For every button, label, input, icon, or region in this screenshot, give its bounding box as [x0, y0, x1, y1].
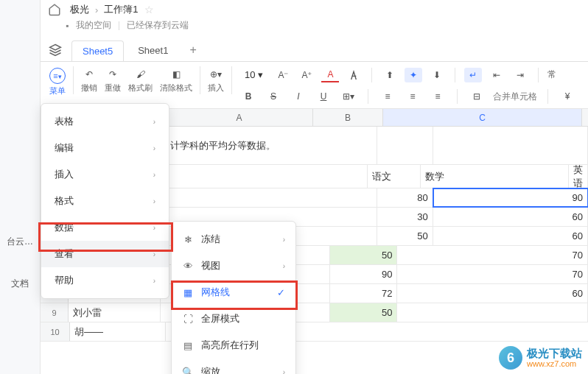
merge-icon[interactable]: ⊟	[468, 89, 486, 104]
cell[interactable]: 英语	[569, 165, 588, 188]
undo-button[interactable]: ↶ 撤销	[78, 66, 100, 95]
cell[interactable]	[166, 165, 368, 188]
row-number[interactable]: 10	[41, 322, 70, 341]
insert-button[interactable]: ⊕▾ 插入	[205, 66, 227, 95]
layers-icon[interactable]	[48, 43, 63, 57]
main-menu-popup: 表格› 编辑› 插入› 格式› 数据› 查看› 帮助›	[41, 103, 169, 299]
cell[interactable]: 70	[397, 265, 588, 283]
italic-button[interactable]: I	[290, 89, 307, 104]
cell[interactable]	[433, 127, 588, 164]
rail-item-cloud[interactable]: 台云…	[7, 236, 33, 248]
cell[interactable]	[397, 303, 588, 322]
align-right[interactable]: ≡	[429, 89, 447, 104]
cell[interactable]	[166, 188, 377, 207]
cell[interactable]: 语文	[368, 165, 421, 188]
wrap-button[interactable]: ↵	[464, 68, 482, 82]
chevron-right-icon: ›	[153, 171, 155, 179]
menu-item-data[interactable]: 数据›	[41, 214, 169, 241]
submenu-item-fullscreen[interactable]: ⛶ 全屏模式	[172, 306, 295, 332]
submenu-item-freeze[interactable]: ❄ 冻结 ›	[172, 226, 295, 253]
col-header-C[interactable]: C	[383, 109, 582, 126]
menu-item-table[interactable]: 表格›	[41, 108, 169, 135]
tab-sheet5[interactable]: Sheet5	[71, 40, 124, 61]
cell[interactable]: 刘小雷	[69, 303, 161, 322]
indent-dec[interactable]: ⇤	[488, 68, 505, 82]
chevron-right-icon: ›	[283, 236, 285, 244]
cell[interactable]: 60	[433, 208, 588, 226]
submenu-item-gridlines[interactable]: ▦ 网格线 ✓	[172, 279, 295, 306]
menu-item-insert[interactable]: 插入›	[41, 161, 169, 188]
currency-button[interactable]: ¥	[559, 89, 576, 104]
star-icon[interactable]: ☆	[144, 4, 154, 15]
valign-bot[interactable]: ⬇	[428, 68, 446, 82]
watermark-url: www.xz7.com	[527, 359, 582, 368]
watermark-name: 极光下载站	[527, 347, 582, 360]
watermark-logo-icon: 6	[499, 346, 522, 370]
breadcrumb-root[interactable]: 极光	[70, 3, 89, 16]
border-button[interactable]: ⊞▾	[340, 89, 357, 104]
home-icon[interactable]	[48, 3, 61, 16]
valign-mid[interactable]: ✦	[405, 68, 422, 82]
font-size-select[interactable]: 10 ▾	[239, 66, 268, 83]
font-size-dec[interactable]: A⁻	[274, 68, 292, 82]
cell[interactable]: 50	[377, 227, 433, 245]
menu-item-view[interactable]: 查看›	[41, 241, 169, 267]
menu-button[interactable]: ≡▾ 菜单	[46, 66, 69, 98]
align-center[interactable]: ≡	[404, 89, 421, 104]
col-header-A[interactable]: A	[166, 109, 313, 126]
breadcrumb-file[interactable]: 工作簿1	[104, 3, 138, 16]
col-header-B[interactable]: B	[313, 109, 383, 126]
divider	[457, 89, 458, 104]
divider	[73, 66, 74, 94]
divider	[200, 66, 200, 94]
cell[interactable]: 80	[377, 188, 433, 207]
underline-button[interactable]: U	[315, 89, 332, 104]
cell[interactable]: 数学	[421, 165, 569, 188]
valign-top[interactable]: ⬆	[381, 68, 399, 82]
clear-format-button[interactable]: ◧ 清除格式	[157, 66, 195, 95]
undo-icon: ↶	[83, 68, 96, 81]
cell[interactable]: 50	[330, 246, 397, 264]
cell[interactable]: 60	[397, 284, 588, 303]
fill-color-button[interactable]	[345, 68, 363, 82]
font-color-button[interactable]: A	[321, 68, 339, 82]
submenu-item-viewmode[interactable]: 👁 视图 ›	[172, 253, 295, 279]
save-status: 已经保存到云端	[127, 19, 189, 32]
cell[interactable]: 70	[397, 246, 588, 264]
cell[interactable]: 计学科的平均分等数据。	[166, 127, 377, 164]
align-left[interactable]: ≡	[379, 89, 396, 104]
redo-button[interactable]: ↷ 重做	[102, 66, 124, 95]
merge-label[interactable]: 合并单元格	[493, 91, 537, 103]
toolbar-format-section: 10 ▾ A⁻ A⁺ A ⬆ ✦ ⬇ ↵ ⇤ ⇥ 常 B S I U	[237, 66, 582, 104]
table-row: 9 刘小雷 50	[41, 303, 588, 322]
cell[interactable]: 胡——	[70, 322, 166, 341]
strike-button[interactable]: S	[265, 89, 282, 104]
submenu-item-zoom[interactable]: 🔍 缩放 ›	[172, 359, 295, 374]
row-number[interactable]: 9	[41, 303, 69, 322]
tab-sheet1[interactable]: Sheet1	[127, 40, 179, 60]
cell[interactable]: 50	[330, 303, 397, 322]
indent-inc[interactable]: ⇥	[511, 68, 529, 82]
cell[interactable]: 60	[433, 227, 588, 245]
cell-selected[interactable]: 90	[433, 188, 588, 207]
tab-add-button[interactable]: +	[182, 39, 203, 61]
submenu-item-highlight[interactable]: ▤ 高亮所在行列	[172, 332, 295, 359]
cell[interactable]: 30	[377, 208, 433, 226]
menu-item-edit[interactable]: 编辑›	[41, 135, 169, 161]
breadcrumb-sep: ›	[95, 4, 98, 15]
divider	[538, 68, 539, 82]
check-icon: ✓	[277, 287, 285, 298]
cell[interactable]: 90	[330, 265, 397, 283]
rail-item-docs[interactable]: 文档	[11, 278, 29, 290]
menu-item-format[interactable]: 格式›	[41, 188, 169, 214]
menu-item-help[interactable]: 帮助›	[41, 267, 169, 294]
cell[interactable]: 72	[330, 284, 397, 303]
menu-label: 菜单	[49, 85, 66, 96]
bold-button[interactable]: B	[239, 89, 257, 104]
grid-icon: ▦	[182, 286, 194, 298]
format-painter-button[interactable]: 🖌 格式刷	[125, 66, 155, 95]
space-label[interactable]: 我的空间	[76, 19, 111, 32]
fullscreen-icon: ⛶	[182, 313, 194, 325]
cell[interactable]	[377, 127, 433, 164]
font-size-inc[interactable]: A⁺	[298, 68, 315, 82]
